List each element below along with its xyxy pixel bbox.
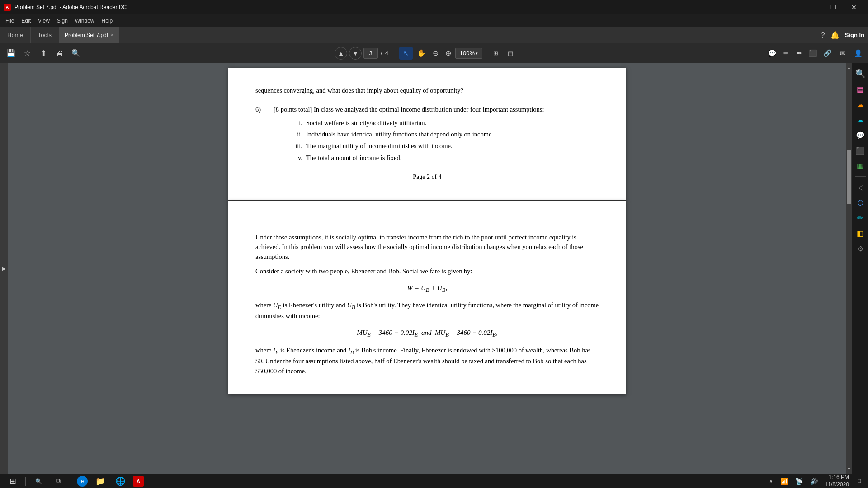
edge-button[interactable]: e bbox=[77, 476, 88, 487]
upload-button[interactable]: ⬆ bbox=[36, 46, 51, 61]
toolbar-center: ▲ ▼ / 4 ↖ ✋ ⊖ ⊕ 100% ▾ ⊞ ▤ bbox=[91, 47, 760, 60]
page-separator: / bbox=[381, 50, 382, 56]
scroll-down-arrow[interactable]: ▼ bbox=[847, 465, 851, 473]
menu-edit[interactable]: Edit bbox=[18, 16, 34, 26]
right-panel-protect-btn[interactable]: ▦ bbox=[854, 159, 867, 173]
right-panel-fill-btn[interactable]: ⬛ bbox=[854, 144, 867, 157]
search-taskbar-button[interactable]: 🔍 bbox=[31, 474, 46, 488]
page3-para3: where UE is Ebenezer's utility and UB is… bbox=[255, 300, 599, 321]
assumption-item-1: i. Social welfare is strictly/additively… bbox=[292, 118, 599, 128]
fit-width-button[interactable]: ⊞ bbox=[490, 47, 502, 60]
tab-home[interactable]: Home bbox=[0, 27, 31, 43]
time-display: 1:16 PM bbox=[825, 474, 849, 481]
tab-file-label: Problem Set 7.pdf bbox=[65, 32, 108, 38]
left-panel-toggle[interactable]: ▶ bbox=[0, 63, 8, 474]
menu-help[interactable]: Help bbox=[98, 16, 117, 26]
zoom-out-button[interactable]: ⊖ bbox=[430, 47, 442, 59]
titlebar-controls: — ❐ ✕ bbox=[802, 0, 864, 14]
zoom-level[interactable]: 100% ▾ bbox=[455, 48, 482, 59]
scroll-thumb[interactable] bbox=[847, 150, 851, 204]
item-text-4: The total amount of income is fixed. bbox=[306, 153, 401, 163]
formula-W-text: W = UE + UB, bbox=[407, 284, 447, 291]
formula-W: W = UE + UB, bbox=[255, 283, 599, 295]
page3-para4: where IE is Ebenezer's income and IB is … bbox=[255, 346, 599, 376]
help-icon[interactable]: ? bbox=[821, 31, 825, 39]
close-button[interactable]: ✕ bbox=[844, 0, 864, 14]
volume-icon[interactable]: 🔊 bbox=[810, 478, 818, 485]
network-icon[interactable]: 📶 bbox=[780, 478, 788, 485]
tab-spacer bbox=[119, 27, 817, 43]
right-panel-collapse-btn[interactable]: ◁ bbox=[854, 180, 867, 194]
task-view-button[interactable]: ⧉ bbox=[51, 474, 66, 488]
item-num-3: iii. bbox=[292, 141, 302, 151]
titlebar-title: Problem Set 7.pdf - Adobe Acrobat Reader… bbox=[14, 4, 127, 10]
page-number-input[interactable] bbox=[363, 48, 378, 59]
next-page-button[interactable]: ▼ bbox=[349, 47, 362, 60]
stamp-tool-button[interactable]: ⬛ bbox=[807, 47, 819, 60]
question-6-container: 6) [8 points total] In class we analyzed… bbox=[255, 105, 599, 115]
right-panel: 🔍 ▤ ☁ ☁ 💬 ⬛ ▦ ◁ ⬡ ✏ ◧ ⚙ bbox=[852, 63, 868, 474]
print-button[interactable]: 🖨 bbox=[52, 46, 67, 61]
menu-window[interactable]: Window bbox=[71, 16, 98, 26]
scroll-up-arrow[interactable]: ▲ bbox=[847, 64, 851, 71]
menu-file[interactable]: File bbox=[2, 16, 18, 26]
scrollbar: ▲ ▼ bbox=[846, 63, 852, 474]
start-button[interactable]: ⊞ bbox=[5, 474, 20, 488]
explorer-button[interactable]: 📁 bbox=[93, 474, 108, 488]
tab-tools[interactable]: Tools bbox=[31, 27, 59, 43]
date-display: 11/8/2020 bbox=[825, 481, 849, 488]
acrobat-taskbar-button[interactable]: A bbox=[133, 476, 144, 487]
save-button[interactable]: 💾 bbox=[4, 46, 18, 61]
account-button[interactable]: 👤 bbox=[852, 47, 864, 60]
clock[interactable]: 1:16 PM 11/8/2020 bbox=[825, 474, 849, 488]
tabbar: Home Tools Problem Set 7.pdf × ? 🔔 Sign … bbox=[0, 27, 868, 43]
share-button[interactable]: 🔗 bbox=[821, 47, 834, 60]
zoom-in-button[interactable]: ⊕ bbox=[443, 47, 454, 59]
right-panel-scan-btn[interactable]: ☁ bbox=[854, 113, 867, 127]
system-tray-arrow[interactable]: ∧ bbox=[769, 478, 773, 484]
taskbar-sep-2 bbox=[71, 477, 71, 486]
notification-center-icon[interactable]: 🖥 bbox=[856, 478, 863, 485]
email-button[interactable]: ✉ bbox=[836, 47, 849, 60]
right-panel-edit-btn[interactable]: ✏ bbox=[854, 211, 867, 225]
pdf-viewer: sequences converging, and what does that… bbox=[8, 63, 846, 474]
question-6-label: 6) bbox=[255, 105, 266, 115]
right-panel-export-btn[interactable]: ☁ bbox=[854, 98, 867, 111]
menu-view[interactable]: View bbox=[34, 16, 53, 26]
right-panel-organize-btn[interactable]: ▤ bbox=[854, 82, 867, 96]
minimize-button[interactable]: — bbox=[802, 0, 823, 14]
taskbar-right: ∧ 📶 📡 🔊 1:16 PM 11/8/2020 🖥 bbox=[769, 474, 863, 488]
signin-label[interactable]: Sign In bbox=[845, 32, 864, 38]
hand-tool-button[interactable]: ✋ bbox=[415, 47, 428, 60]
highlight-tool-button[interactable]: ✒ bbox=[793, 47, 806, 60]
right-panel-security-btn[interactable]: ⬡ bbox=[854, 196, 867, 209]
zoom-value: 100% bbox=[460, 50, 475, 56]
app-icon: A bbox=[4, 4, 11, 11]
bookmark-button[interactable]: ☆ bbox=[20, 46, 34, 61]
tab-close-icon[interactable]: × bbox=[111, 33, 113, 38]
chrome-button[interactable]: 🌐 bbox=[113, 474, 127, 488]
comment-tool-button[interactable]: 💬 bbox=[766, 47, 778, 60]
prev-page-button[interactable]: ▲ bbox=[335, 47, 347, 60]
right-panel-settings-btn[interactable]: ⚙ bbox=[854, 242, 867, 255]
wifi-icon[interactable]: 📡 bbox=[795, 478, 803, 485]
menu-sign[interactable]: Sign bbox=[53, 16, 71, 26]
page-total: 4 bbox=[385, 50, 388, 56]
page3-para2: Consider a society with two people, Eben… bbox=[255, 267, 599, 277]
tab-right-actions: ? 🔔 Sign In bbox=[817, 27, 868, 43]
fit-page-button[interactable]: ▤ bbox=[504, 47, 517, 60]
item-text-1: Social welfare is strictly/additively ut… bbox=[306, 118, 426, 128]
item-num-1: i. bbox=[292, 118, 302, 128]
IE-symbol: IE bbox=[273, 347, 278, 354]
tab-file[interactable]: Problem Set 7.pdf × bbox=[59, 27, 119, 43]
right-panel-search-btn[interactable]: 🔍 bbox=[854, 67, 867, 80]
right-panel-comment-btn[interactable]: 💬 bbox=[854, 128, 867, 142]
maximize-button[interactable]: ❐ bbox=[823, 0, 844, 14]
right-panel-redact-btn[interactable]: ◧ bbox=[854, 226, 867, 240]
formula-MU: MUE = 3460 − 0.02IE and MUB = 3460 − 0.0… bbox=[255, 328, 599, 339]
notification-icon[interactable]: 🔔 bbox=[830, 31, 840, 39]
item-text-3: The marginal utility of income diminishe… bbox=[306, 141, 453, 151]
draw-tool-button[interactable]: ✏ bbox=[779, 47, 792, 60]
search-button[interactable]: 🔍 bbox=[69, 46, 83, 61]
select-tool-button[interactable]: ↖ bbox=[399, 47, 413, 60]
